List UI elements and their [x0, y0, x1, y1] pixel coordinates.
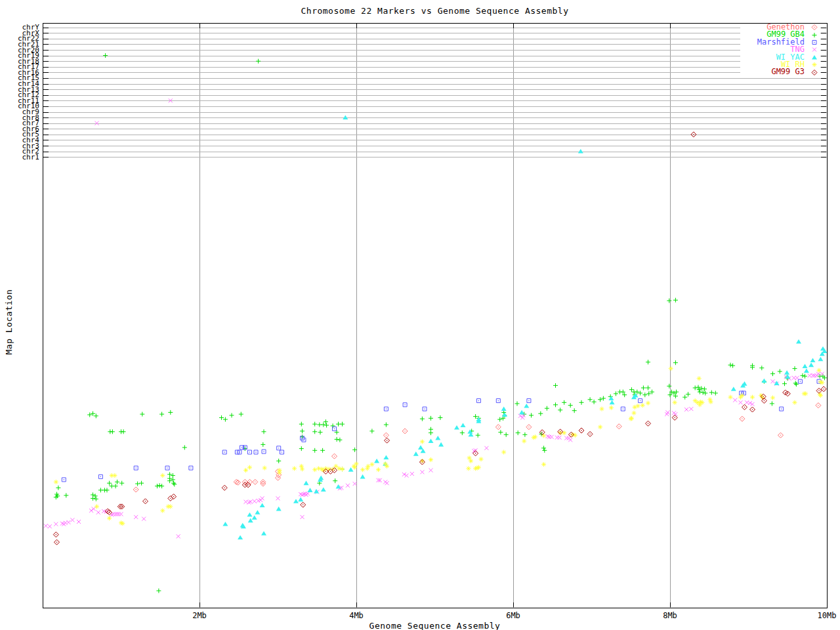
data-point	[248, 450, 252, 454]
data-point	[484, 446, 488, 450]
data-point	[300, 467, 304, 471]
data-point	[103, 53, 108, 58]
series-gm99-gb4	[54, 53, 827, 593]
data-point	[771, 379, 775, 383]
data-point	[354, 461, 359, 466]
data-point	[134, 466, 138, 470]
x-axis-title: Genome Sequence Assembly	[43, 621, 827, 630]
data-point	[383, 432, 388, 438]
data-point	[646, 401, 650, 406]
legend-label: GM99 G3	[771, 68, 805, 75]
data-point	[300, 429, 304, 433]
data-point	[383, 455, 388, 459]
data-point	[261, 496, 264, 500]
data-point	[541, 446, 546, 450]
x-tick-label-4Mb: 4Mb	[335, 611, 377, 620]
data-point	[545, 406, 549, 411]
x-tick-label-6Mb: 6Mb	[492, 611, 534, 620]
data-point	[159, 484, 164, 488]
data-point	[353, 482, 357, 486]
data-point	[476, 465, 481, 470]
data-point	[632, 411, 637, 415]
data-point	[254, 450, 258, 454]
data-point	[336, 422, 341, 427]
data-point	[476, 399, 480, 403]
data-point	[343, 116, 348, 120]
data-point	[646, 360, 650, 364]
data-point	[420, 440, 425, 444]
data-point	[526, 425, 532, 430]
data-point	[293, 499, 299, 503]
data-point	[782, 381, 787, 386]
data-point	[98, 488, 103, 492]
data-point	[801, 373, 805, 378]
data-point	[803, 391, 808, 396]
data-point	[820, 372, 824, 376]
data-point	[759, 366, 764, 370]
data-point	[331, 423, 335, 428]
data-point	[667, 384, 671, 388]
data-point	[739, 400, 743, 404]
data-point	[93, 494, 98, 498]
data-point	[369, 429, 374, 433]
legend-item-gm99-g3: GM99 G3	[740, 68, 820, 75]
data-point	[641, 386, 646, 390]
data-point	[740, 393, 744, 398]
data-point	[121, 429, 126, 434]
data-point	[642, 392, 647, 397]
data-point	[262, 450, 266, 453]
data-point	[420, 417, 425, 421]
data-point	[112, 473, 117, 478]
data-point	[742, 381, 747, 386]
data-point	[77, 520, 81, 524]
data-point	[646, 421, 651, 426]
data-point	[728, 363, 733, 368]
data-point	[496, 399, 500, 403]
data-point	[143, 499, 148, 504]
data-point	[524, 404, 529, 408]
data-point	[165, 466, 169, 470]
data-point	[502, 412, 507, 417]
data-point	[403, 403, 407, 407]
data-point	[479, 457, 484, 461]
data-point	[796, 339, 801, 344]
data-point	[292, 466, 297, 471]
data-point	[638, 391, 642, 396]
data-point	[498, 430, 503, 434]
data-point	[541, 434, 546, 438]
data-point	[610, 400, 615, 405]
data-point	[177, 534, 180, 538]
data-point	[572, 408, 577, 413]
data-point	[587, 431, 593, 436]
data-point	[89, 509, 93, 513]
data-point	[614, 391, 618, 396]
data-point	[276, 459, 281, 463]
data-point	[366, 464, 370, 469]
data-point	[750, 395, 755, 400]
data-point	[182, 445, 187, 450]
data-point	[429, 430, 433, 435]
data-point	[438, 442, 444, 447]
data-point	[691, 132, 696, 137]
data-point	[497, 417, 502, 422]
data-point	[519, 410, 524, 415]
data-point	[703, 391, 707, 396]
data-point	[253, 499, 257, 503]
data-point	[102, 488, 107, 492]
data-point	[673, 400, 677, 405]
data-point	[299, 422, 304, 427]
data-point	[321, 423, 326, 427]
data-point	[324, 419, 328, 424]
data-point	[300, 434, 304, 439]
data-point	[682, 395, 687, 400]
data-point	[312, 422, 317, 427]
data-point	[410, 472, 414, 476]
data-point	[770, 396, 775, 400]
data-point	[140, 412, 144, 417]
data-point	[429, 457, 433, 462]
data-point	[673, 298, 678, 303]
data-point	[515, 402, 520, 406]
data-point	[119, 512, 123, 516]
data-point	[243, 468, 248, 472]
data-point	[538, 411, 543, 416]
